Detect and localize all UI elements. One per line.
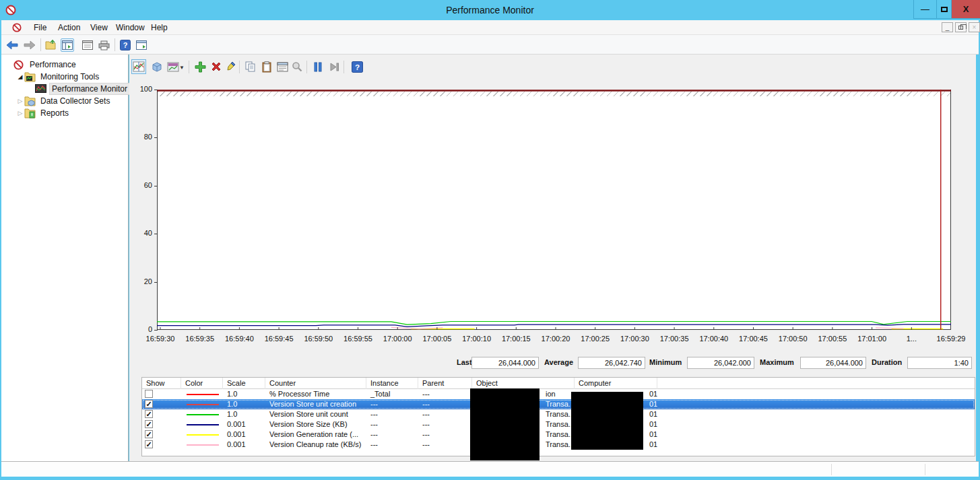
table-header: ShowColorScaleCounterInstanceParentObjec…: [142, 378, 975, 389]
show-checkbox[interactable]: ✓: [145, 440, 153, 448]
view-current-activity-button[interactable]: [131, 59, 146, 74]
cell-counter: Version Store unit count: [265, 409, 366, 419]
counter-row-4[interactable]: ✓0.001Version Store Size (KB)------Trans…: [142, 419, 975, 430]
tree-item-performance[interactable]: Performance: [5, 59, 78, 71]
menu-action[interactable]: Action: [55, 22, 83, 34]
forward-button[interactable]: [23, 38, 36, 52]
column-header-color[interactable]: Color: [181, 378, 223, 389]
pause-icon: [314, 62, 322, 72]
help-button[interactable]: ?: [119, 38, 132, 52]
properties-window-button[interactable]: [81, 38, 94, 52]
tree-item-label[interactable]: Performance: [28, 59, 78, 70]
tree-item-label[interactable]: Reports: [38, 108, 71, 118]
add-counter-button[interactable]: [193, 59, 207, 74]
cell-object-fragment: Transa...: [542, 399, 575, 409]
cell-instance: ---: [366, 419, 418, 430]
tree-item-monitoring-tools[interactable]: ◢Monitoring Tools: [16, 71, 101, 83]
copy-properties-button[interactable]: [243, 59, 258, 74]
cell-computer-fragment: 01: [645, 440, 657, 450]
svg-text:?: ?: [123, 41, 128, 49]
maximize-button[interactable]: [936, 0, 951, 19]
update-data-button[interactable]: [327, 59, 341, 74]
column-header-computer[interactable]: Computer: [575, 378, 657, 389]
cell-scale: 0.001: [223, 440, 265, 450]
child-minimize-button[interactable]: _: [942, 22, 953, 32]
column-header-instance[interactable]: Instance: [366, 378, 418, 389]
series-line: [157, 322, 951, 325]
console-tree-toggle-icon: [62, 40, 73, 50]
column-header-object[interactable]: Object: [472, 378, 575, 389]
close-button[interactable]: X: [951, 0, 980, 19]
window-title: Performance Monitor: [0, 0, 980, 20]
highlight-button[interactable]: [224, 59, 238, 74]
show-checkbox[interactable]: [145, 390, 153, 398]
counter-row-1[interactable]: 1.0% Processor Time_Total---ion01: [142, 389, 975, 399]
menu-file[interactable]: File: [31, 22, 49, 34]
minimize-button[interactable]: —: [913, 0, 936, 19]
view-log-data-button[interactable]: [149, 59, 164, 74]
x-tick-label: 17:00:05: [422, 335, 451, 343]
delete-counter-button[interactable]: [209, 59, 224, 74]
properties-icon: [277, 62, 288, 72]
collapse-arrow-icon[interactable]: ◢: [16, 73, 24, 80]
x-tick-label: 16:59:50: [304, 335, 333, 343]
tree-item-performance-monitor[interactable]: Performance Monitor: [27, 83, 130, 95]
child-restore-button[interactable]: [955, 22, 967, 32]
menu-view[interactable]: View: [88, 22, 110, 34]
cell-parent: ---: [418, 399, 472, 409]
x-tick-label: 17:00:30: [620, 335, 649, 343]
counter-row-5[interactable]: ✓0.001Version Generation rate (...------…: [142, 430, 975, 440]
freeze-display-button[interactable]: [311, 59, 325, 74]
paste-counter-list-button[interactable]: [259, 59, 274, 74]
child-close-button[interactable]: ×: [969, 22, 980, 32]
new-window-button[interactable]: [135, 38, 148, 52]
cell-counter: Version Store unit creation: [265, 399, 366, 409]
stat-maximum-value: 26,044.000: [800, 357, 866, 369]
console-tree-toggle-button[interactable]: [61, 38, 74, 52]
help-icon: ?: [120, 40, 131, 50]
y-tick: [154, 137, 158, 138]
perfmon-chart-icon: [35, 84, 46, 94]
column-header-show[interactable]: Show: [142, 378, 181, 389]
back-button[interactable]: [5, 38, 19, 52]
tree-item-label[interactable]: Data Collector Sets: [38, 96, 112, 106]
column-header-parent[interactable]: Parent: [418, 378, 472, 389]
y-tick-label: 40: [132, 229, 152, 237]
show-checkbox[interactable]: ✓: [145, 430, 153, 438]
x-tick-label: 16:59:55: [344, 335, 372, 343]
print-button[interactable]: [97, 38, 110, 52]
cell-computer-fragment: 01: [645, 409, 657, 419]
menu-help[interactable]: Help: [148, 22, 170, 34]
show-checkbox[interactable]: ✓: [145, 420, 153, 428]
status-bar: [1, 461, 979, 477]
counter-row-6[interactable]: ✓0.001Version Cleanup rate (KB/s)------T…: [142, 440, 975, 450]
x-tick-label: 16:59:45: [265, 335, 294, 343]
expand-arrow-icon[interactable]: ▷: [16, 98, 24, 104]
console-tree: Performance◢Monitoring ToolsPerformance …: [1, 55, 129, 461]
expand-arrow-icon[interactable]: ▷: [16, 110, 24, 116]
cell-parent: ---: [418, 389, 472, 399]
show-checkbox[interactable]: ✓: [145, 410, 153, 418]
graph-help-button[interactable]: ?: [350, 59, 364, 74]
back-icon: [6, 40, 18, 50]
column-header-scale[interactable]: Scale: [223, 378, 265, 389]
column-header-counter[interactable]: Counter: [265, 378, 366, 389]
x-tick-label: 1...: [907, 335, 917, 343]
cell-instance: _Total: [366, 389, 418, 399]
zoom-button[interactable]: [290, 59, 304, 74]
x-tick-label: 17:00:15: [502, 335, 531, 343]
tree-item-reports[interactable]: ▷Reports: [16, 107, 71, 119]
menu-window[interactable]: Window: [113, 22, 148, 34]
tree-item-data-collector-sets[interactable]: ▷Data Collector Sets: [16, 95, 112, 107]
graph-type-dropdown-icon[interactable]: ▼: [179, 65, 185, 71]
tree-item-label[interactable]: Performance Monitor: [49, 83, 130, 95]
x-tick-label: 17:00:35: [660, 335, 689, 343]
graph-properties-button[interactable]: [275, 59, 290, 74]
change-graph-type-button[interactable]: [166, 59, 181, 74]
tree-item-label[interactable]: Monitoring Tools: [38, 71, 101, 82]
counter-row-3[interactable]: ✓1.0Version Store unit count------Transa…: [142, 409, 975, 419]
show-checkbox[interactable]: ✓: [145, 400, 153, 408]
stat-duration-value: 1:40: [907, 357, 972, 369]
counter-row-2[interactable]: ✓1.0Version Store unit creation------Tra…: [142, 399, 975, 409]
export-button[interactable]: [44, 38, 58, 52]
